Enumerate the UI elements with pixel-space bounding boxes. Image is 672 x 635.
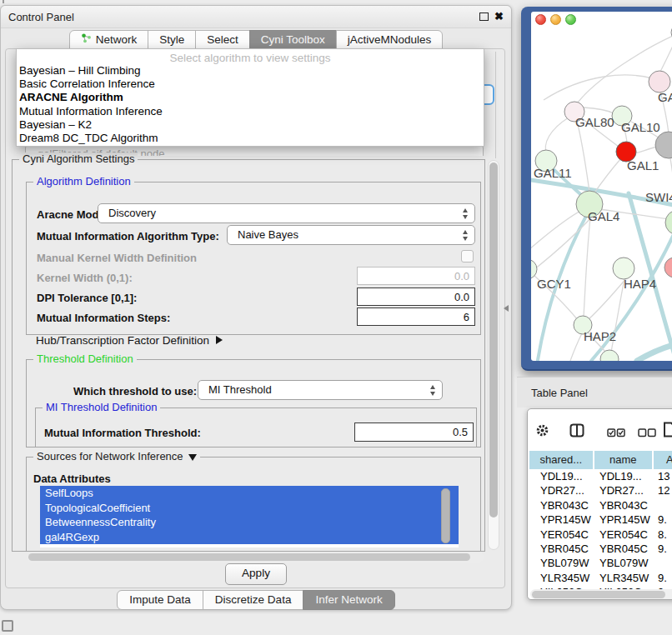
sources-toggle[interactable]: Sources for Network Inference: [33, 450, 200, 462]
apply-button[interactable]: Apply: [225, 563, 287, 585]
table-panel-header: Table Panel: [517, 377, 672, 408]
corner-tick: [3, 0, 4, 3]
algorithm-option[interactable]: Bayesian – Hill Climbing: [17, 64, 484, 78]
cyni-algorithm-settings-group: Cyni Algorithm Settings Algorithm Defini…: [12, 159, 485, 552]
table-row[interactable]: YBR045CYBR045C9.: [529, 542, 672, 556]
vertical-scrollbar-thumb[interactable]: [489, 162, 498, 518]
tab-impute-data[interactable]: Impute Data: [117, 590, 203, 610]
collapsed-panel-icon[interactable]: [2, 620, 13, 632]
mi-algorithm-type-value: Naive Bayes: [238, 228, 298, 241]
hub-definition-toggle[interactable]: Hub/Transcription Factor Definition: [36, 334, 223, 347]
node-gcy1[interactable]: [531, 259, 537, 279]
label-gcy1: GCY1: [537, 277, 571, 291]
algorithm-option[interactable]: Dream8 DC_TDC Algorithm: [17, 132, 484, 145]
mi-algorithm-type-label: Mutual Information Algorithm Type:: [37, 230, 219, 242]
table-row[interactable]: YPR145WYPR145W9.: [529, 512, 672, 527]
data-attributes-list: SelfLoops TopologicalCoefficient Between…: [40, 486, 459, 548]
tab-jactivemnodules[interactable]: jActiveMNodules: [336, 30, 444, 50]
node-y[interactable]: [664, 258, 672, 278]
column-header-partial[interactable]: A: [652, 451, 672, 469]
node-swi4[interactable]: [665, 210, 672, 235]
algorithm-definition-title: Algorithm Definition: [33, 175, 134, 188]
table-row[interactable]: YLR345WYLR345W9.: [529, 571, 672, 585]
mi-steps-label: Mutual Information Steps:: [37, 312, 170, 324]
label-gal10: GAL10: [621, 120, 660, 134]
node-gray[interactable]: [655, 132, 672, 158]
network-graph: GAL GAL80 GAL10 GAL1 GAL11 SWI4 GAL4 GCY…: [531, 12, 672, 361]
list-item[interactable]: TopologicalCoefficient: [40, 501, 459, 516]
kernel-width-input[interactable]: [357, 267, 475, 285]
tab-style[interactable]: Style: [148, 30, 196, 50]
export-table-icon[interactable]: [663, 422, 672, 441]
table-row[interactable]: YDR27...YDR27...12: [529, 483, 672, 498]
table-row[interactable]: YBR043CYBR043C: [529, 498, 672, 512]
screen: Control Panel ✖ Network: [0, 0, 672, 635]
aracne-mode-combo[interactable]: Discovery: [98, 203, 475, 223]
which-threshold-value: MI Threshold: [208, 383, 272, 396]
which-threshold-label: Which threshold to use:: [73, 385, 197, 398]
node-bottom[interactable]: [600, 350, 619, 361]
table-row[interactable]: YBL079WYBL079W: [529, 556, 672, 570]
column-header-name[interactable]: name: [593, 451, 652, 469]
list-item[interactable]: gal4RGexp: [40, 530, 459, 545]
tab-infer-network[interactable]: Infer Network: [303, 590, 394, 610]
aracne-mode-value: Discovery: [108, 207, 156, 219]
table-horizontal-scrollbar: [530, 589, 672, 599]
tab-select[interactable]: Select: [195, 30, 250, 50]
control-panel-tabbar: Network Style Select Cyni Toolbox jActiv…: [1, 30, 511, 50]
label-hap2: HAP2: [584, 329, 616, 343]
tab-network[interactable]: Network: [69, 30, 149, 50]
column-header-shared-name[interactable]: shared...: [529, 451, 593, 469]
window-buttons: ✖: [479, 12, 504, 21]
mi-threshold-input[interactable]: [354, 422, 474, 442]
label-hap4: HAP4: [624, 277, 656, 291]
manual-kernel-width-checkbox[interactable]: [461, 250, 474, 262]
which-threshold-combo[interactable]: MI Threshold: [198, 380, 443, 400]
columns-icon[interactable]: [569, 423, 584, 441]
horizontal-scrollbar-thumb[interactable]: [28, 553, 470, 561]
deselect-checks-icon[interactable]: [638, 426, 656, 441]
table-hscrollbar-thumb[interactable]: [532, 591, 665, 598]
network-canvas[interactable]: GAL GAL80 GAL10 GAL1 GAL11 SWI4 GAL4 GCY…: [531, 12, 672, 361]
threshold-definition-group: Threshold Definition Which threshold to …: [26, 359, 481, 448]
select-all-checks-icon[interactable]: [607, 426, 625, 441]
algorithm-option-selected[interactable]: ARACNE Algorithm: [17, 91, 484, 104]
algorithm-option[interactable]: Mutual Information Inference: [17, 105, 484, 118]
cyni-algorithm-settings-title: Cyni Algorithm Settings: [19, 152, 138, 165]
mi-steps-input[interactable]: [357, 308, 475, 326]
control-panel-window: Control Panel ✖ Network: [0, 5, 512, 610]
mi-algorithm-type-combo[interactable]: Naive Bayes: [227, 225, 475, 245]
kernel-width-label: Kernel Width (0,1):: [37, 272, 133, 284]
tab-discretize-data[interactable]: Discretize Data: [203, 590, 304, 610]
sources-title: Sources for Network Inference: [37, 450, 183, 462]
algorithm-definition-group: Algorithm Definition Aracne Mode: Discov…: [26, 182, 481, 335]
tab-cyni-toolbox[interactable]: Cyni Toolbox: [249, 30, 337, 50]
threshold-definition-title: Threshold Definition: [33, 352, 137, 365]
settings-horizontal-scrollbar: [27, 552, 484, 562]
close-icon[interactable]: ✖: [494, 12, 504, 21]
label-gal1: GAL1: [627, 158, 659, 172]
settings-vertical-scrollbar: [488, 160, 499, 550]
list-item[interactable]: BetweennessCentrality: [40, 515, 459, 530]
table-row[interactable]: YDL19...YDL19...13: [529, 469, 672, 483]
gear-icon[interactable]: [535, 423, 549, 441]
splitter-collapse-arrow[interactable]: [504, 305, 509, 312]
label-gal: GAL: [658, 90, 672, 104]
table-body: YDL19...YDL19...13 YDR27...YDR27...12 YB…: [529, 469, 672, 600]
algorithm-option[interactable]: Basic Correlation Inference: [17, 78, 484, 91]
algorithm-option[interactable]: Bayesian – K2: [17, 118, 484, 132]
label-gal11: GAL11: [534, 166, 572, 180]
label-swi4: SWI4: [645, 190, 672, 204]
manual-kernel-width-label: Manual Kernel Width Definition: [37, 252, 197, 264]
spinner-arrows-icon: [429, 384, 437, 397]
list-scrollbar-thumb[interactable]: [441, 488, 450, 543]
mi-threshold-definition-title: MI Threshold Definition: [43, 401, 160, 413]
control-panel-titlebar: Control Panel ✖: [1, 6, 511, 28]
list-item[interactable]: SelfLoops: [40, 486, 459, 501]
table-row[interactable]: YER054CYER054C8.: [529, 528, 672, 542]
dpi-tolerance-input[interactable]: [357, 288, 475, 306]
network-view-window: GAL GAL80 GAL10 GAL1 GAL11 SWI4 GAL4 GCY…: [521, 7, 672, 371]
float-window-icon[interactable]: [479, 12, 489, 21]
hub-definition-label: Hub/Transcription Factor Definition: [36, 334, 209, 347]
control-panel-title: Control Panel: [8, 11, 74, 23]
